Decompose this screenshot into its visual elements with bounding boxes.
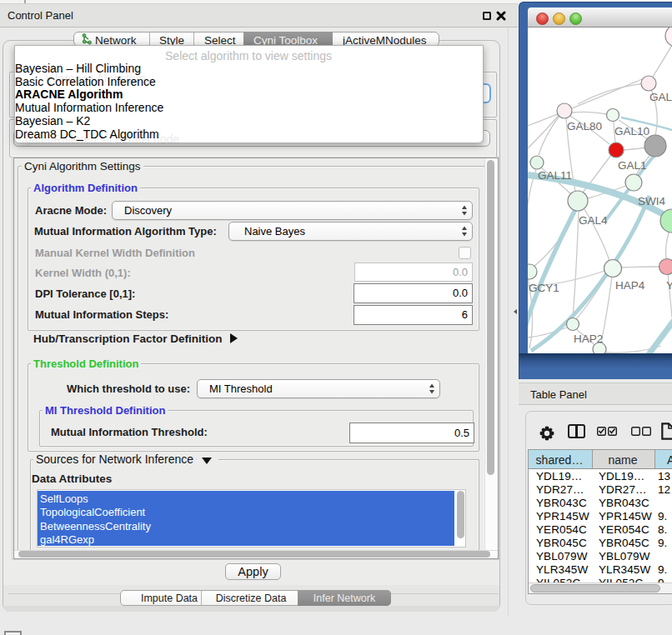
svg-text:HAP2: HAP2 (574, 332, 603, 345)
svg-text:GAL4: GAL4 (579, 214, 608, 227)
svg-text:GAL10: GAL10 (614, 125, 649, 138)
svg-text:Y: Y (666, 279, 672, 292)
svg-text:HAP4: HAP4 (615, 279, 645, 292)
svg-text:GAL11: GAL11 (538, 169, 572, 182)
svg-text:SWI4: SWI4 (638, 195, 665, 208)
svg-text:GAL7: GAL7 (649, 91, 672, 103)
svg-text:GAL1: GAL1 (618, 159, 647, 172)
svg-text:GAL80: GAL80 (567, 120, 602, 132)
svg-text:GCY1: GCY1 (529, 282, 559, 294)
